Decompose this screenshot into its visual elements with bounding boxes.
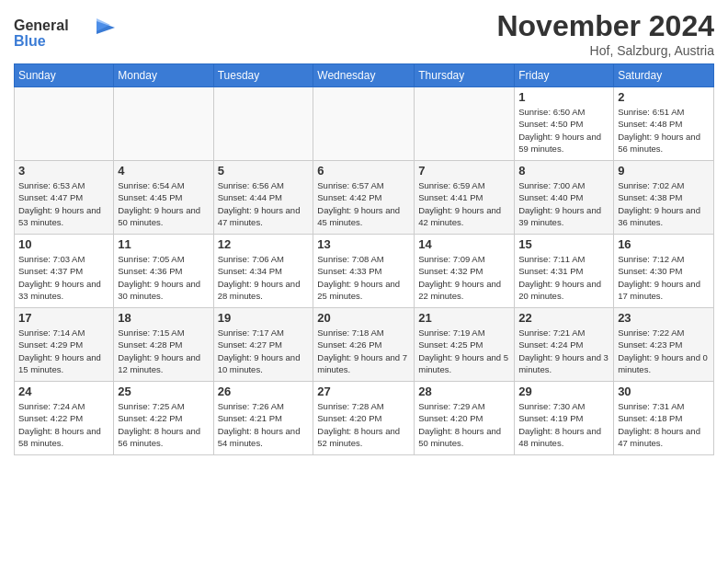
day-number: 10: [18, 237, 109, 251]
day-info: Sunrise: 7:29 AM Sunset: 4:20 PM Dayligh…: [418, 400, 510, 449]
day-info: Sunrise: 7:25 AM Sunset: 4:22 PM Dayligh…: [118, 400, 209, 449]
day-info: Sunrise: 7:24 AM Sunset: 4:22 PM Dayligh…: [18, 400, 109, 449]
svg-text:General: General: [14, 17, 69, 33]
table-row: 10Sunrise: 7:03 AM Sunset: 4:37 PM Dayli…: [15, 235, 114, 308]
calendar-header-row: Sunday Monday Tuesday Wednesday Thursday…: [15, 64, 714, 87]
day-info: Sunrise: 7:11 AM Sunset: 4:31 PM Dayligh…: [518, 253, 609, 302]
day-info: Sunrise: 6:51 AM Sunset: 4:48 PM Dayligh…: [618, 106, 710, 155]
day-number: 2: [618, 90, 710, 104]
day-number: 19: [218, 311, 310, 325]
day-number: 3: [18, 164, 109, 178]
day-info: Sunrise: 7:21 AM Sunset: 4:24 PM Dayligh…: [518, 327, 609, 375]
day-info: Sunrise: 7:00 AM Sunset: 4:40 PM Dayligh…: [518, 179, 609, 228]
day-info: Sunrise: 6:50 AM Sunset: 4:50 PM Dayligh…: [518, 106, 609, 155]
page-container: General Blue November 2024 Hof, Salzburg…: [0, 0, 728, 465]
day-info: Sunrise: 6:54 AM Sunset: 4:45 PM Dayligh…: [118, 179, 209, 228]
day-info: Sunrise: 7:22 AM Sunset: 4:23 PM Dayligh…: [618, 327, 710, 375]
table-row: 17Sunrise: 7:14 AM Sunset: 4:29 PM Dayli…: [15, 308, 114, 382]
day-number: 28: [418, 385, 510, 398]
day-info: Sunrise: 7:05 AM Sunset: 4:36 PM Dayligh…: [118, 253, 209, 302]
table-row: 1Sunrise: 6:50 AM Sunset: 4:50 PM Daylig…: [515, 87, 614, 161]
table-row: 19Sunrise: 7:17 AM Sunset: 4:27 PM Dayli…: [213, 308, 313, 382]
day-info: Sunrise: 7:03 AM Sunset: 4:37 PM Dayligh…: [18, 253, 109, 302]
table-row: 21Sunrise: 7:19 AM Sunset: 4:25 PM Dayli…: [415, 308, 515, 382]
calendar-week-row: 3Sunrise: 6:53 AM Sunset: 4:47 PM Daylig…: [15, 161, 714, 235]
col-sunday: Sunday: [15, 64, 114, 87]
day-number: 27: [317, 385, 410, 398]
day-info: Sunrise: 7:14 AM Sunset: 4:29 PM Dayligh…: [18, 327, 109, 375]
day-number: 16: [618, 237, 710, 251]
day-info: Sunrise: 7:19 AM Sunset: 4:25 PM Dayligh…: [418, 327, 510, 375]
day-info: Sunrise: 6:56 AM Sunset: 4:44 PM Dayligh…: [218, 179, 310, 228]
day-info: Sunrise: 6:59 AM Sunset: 4:41 PM Dayligh…: [418, 179, 510, 228]
day-number: 23: [618, 311, 710, 325]
table-row: [114, 87, 213, 161]
table-row: 29Sunrise: 7:30 AM Sunset: 4:19 PM Dayli…: [515, 382, 614, 455]
title-section: November 2024 Hof, Salzburg, Austria: [496, 9, 714, 58]
day-number: 15: [518, 237, 609, 251]
day-number: 6: [317, 164, 410, 178]
calendar-week-row: 10Sunrise: 7:03 AM Sunset: 4:37 PM Dayli…: [15, 235, 714, 308]
day-info: Sunrise: 6:53 AM Sunset: 4:47 PM Dayligh…: [18, 179, 109, 228]
table-row: 27Sunrise: 7:28 AM Sunset: 4:20 PM Dayli…: [313, 382, 415, 455]
table-row: 18Sunrise: 7:15 AM Sunset: 4:28 PM Dayli…: [114, 308, 213, 382]
table-row: 3Sunrise: 6:53 AM Sunset: 4:47 PM Daylig…: [15, 161, 114, 235]
table-row: 9Sunrise: 7:02 AM Sunset: 4:38 PM Daylig…: [614, 161, 714, 235]
day-info: Sunrise: 7:08 AM Sunset: 4:33 PM Dayligh…: [317, 253, 410, 302]
day-info: Sunrise: 7:18 AM Sunset: 4:26 PM Dayligh…: [317, 327, 410, 375]
day-number: 18: [118, 311, 209, 325]
table-row: 22Sunrise: 7:21 AM Sunset: 4:24 PM Dayli…: [515, 308, 614, 382]
day-number: 17: [18, 311, 109, 325]
day-number: 20: [317, 311, 410, 325]
day-info: Sunrise: 7:09 AM Sunset: 4:32 PM Dayligh…: [418, 253, 510, 302]
day-number: 4: [118, 164, 209, 178]
logo: General Blue: [14, 14, 115, 54]
day-number: 5: [218, 164, 310, 178]
calendar-week-row: 1Sunrise: 6:50 AM Sunset: 4:50 PM Daylig…: [15, 87, 714, 161]
day-number: 11: [118, 237, 209, 251]
table-row: 6Sunrise: 6:57 AM Sunset: 4:42 PM Daylig…: [313, 161, 415, 235]
day-info: Sunrise: 7:30 AM Sunset: 4:19 PM Dayligh…: [518, 400, 609, 449]
day-number: 22: [518, 311, 609, 325]
day-number: 13: [317, 237, 410, 251]
table-row: [415, 87, 515, 161]
day-info: Sunrise: 7:15 AM Sunset: 4:28 PM Dayligh…: [118, 327, 209, 375]
day-number: 26: [218, 385, 310, 398]
day-number: 8: [518, 164, 609, 178]
table-row: 24Sunrise: 7:24 AM Sunset: 4:22 PM Dayli…: [15, 382, 114, 455]
day-number: 29: [518, 385, 609, 398]
table-row: 14Sunrise: 7:09 AM Sunset: 4:32 PM Dayli…: [415, 235, 515, 308]
day-info: Sunrise: 7:12 AM Sunset: 4:30 PM Dayligh…: [618, 253, 710, 302]
table-row: [15, 87, 114, 161]
day-number: 14: [418, 237, 510, 251]
table-row: 30Sunrise: 7:31 AM Sunset: 4:18 PM Dayli…: [614, 382, 714, 455]
svg-text:Blue: Blue: [14, 33, 46, 49]
col-thursday: Thursday: [415, 64, 515, 87]
calendar: Sunday Monday Tuesday Wednesday Thursday…: [14, 63, 714, 455]
day-info: Sunrise: 7:28 AM Sunset: 4:20 PM Dayligh…: [317, 400, 410, 449]
day-info: Sunrise: 7:06 AM Sunset: 4:34 PM Dayligh…: [218, 253, 310, 302]
table-row: 11Sunrise: 7:05 AM Sunset: 4:36 PM Dayli…: [114, 235, 213, 308]
day-number: 30: [618, 385, 710, 398]
table-row: 26Sunrise: 7:26 AM Sunset: 4:21 PM Dayli…: [213, 382, 313, 455]
calendar-week-row: 24Sunrise: 7:24 AM Sunset: 4:22 PM Dayli…: [15, 382, 714, 455]
col-monday: Monday: [114, 64, 213, 87]
header: General Blue November 2024 Hof, Salzburg…: [14, 9, 714, 58]
day-number: 25: [118, 385, 209, 398]
table-row: [313, 87, 415, 161]
table-row: 20Sunrise: 7:18 AM Sunset: 4:26 PM Dayli…: [313, 308, 415, 382]
location: Hof, Salzburg, Austria: [496, 43, 714, 58]
table-row: 15Sunrise: 7:11 AM Sunset: 4:31 PM Dayli…: [515, 235, 614, 308]
table-row: 2Sunrise: 6:51 AM Sunset: 4:48 PM Daylig…: [614, 87, 714, 161]
table-row: 25Sunrise: 7:25 AM Sunset: 4:22 PM Dayli…: [114, 382, 213, 455]
col-saturday: Saturday: [614, 64, 714, 87]
table-row: 28Sunrise: 7:29 AM Sunset: 4:20 PM Dayli…: [415, 382, 515, 455]
table-row: 23Sunrise: 7:22 AM Sunset: 4:23 PM Dayli…: [614, 308, 714, 382]
day-info: Sunrise: 7:02 AM Sunset: 4:38 PM Dayligh…: [618, 179, 710, 228]
day-number: 7: [418, 164, 510, 178]
table-row: 8Sunrise: 7:00 AM Sunset: 4:40 PM Daylig…: [515, 161, 614, 235]
calendar-week-row: 17Sunrise: 7:14 AM Sunset: 4:29 PM Dayli…: [15, 308, 714, 382]
table-row: [213, 87, 313, 161]
logo-text: General Blue: [14, 14, 115, 54]
table-row: 12Sunrise: 7:06 AM Sunset: 4:34 PM Dayli…: [213, 235, 313, 308]
